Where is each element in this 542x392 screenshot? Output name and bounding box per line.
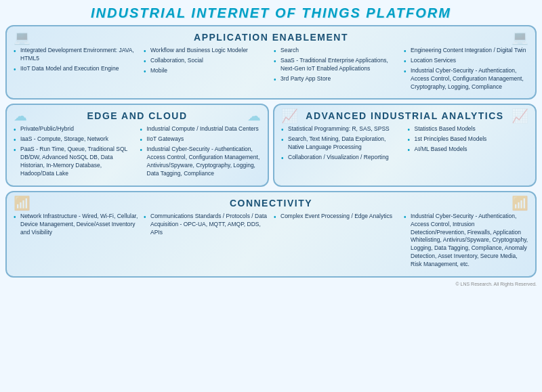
list-item: Statistics Based Models bbox=[408, 125, 529, 133]
analytics-col1-list: Statistical Programming: R, SAS, SPSS Se… bbox=[281, 125, 402, 162]
connectivity-col2: Communications Standards / Protocols / D… bbox=[144, 213, 268, 271]
analytics-title: ADVANCED INDUSTRIAL ANALYTICS bbox=[281, 110, 528, 121]
list-item: Complex Event Processing / Edge Analytic… bbox=[274, 213, 398, 221]
list-item: Communications Standards / Protocols / D… bbox=[144, 213, 268, 237]
connectivity-content: Network Infrastructure - Wired, Wi-Fi, C… bbox=[14, 213, 528, 271]
list-item: Collaboration / Visualization / Reportin… bbox=[281, 154, 402, 162]
connectivity-col4: Industrial Cyber-Security - Authenticati… bbox=[404, 213, 528, 271]
app-enablement-content: Integrated Development Environment: JAVA… bbox=[14, 47, 528, 93]
edge-col1: Private/Public/Hybrid IaaS - Compute, St… bbox=[14, 125, 135, 179]
connectivity-col1: Network Infrastructure - Wired, Wi-Fi, C… bbox=[14, 213, 138, 271]
analytics-icon-right: 📈 bbox=[512, 108, 528, 124]
connectivity-title: CONNECTIVITY bbox=[14, 198, 528, 209]
list-item: AI/ML Based Models bbox=[408, 146, 529, 154]
analytics-col2-list: Statistics Based Models 1st Principles B… bbox=[408, 125, 529, 154]
connectivity-col4-list: Industrial Cyber-Security - Authenticati… bbox=[404, 213, 528, 269]
list-item: Industrial Cyber-Security - Authenticati… bbox=[404, 213, 528, 269]
list-item: 1st Principles Based Models bbox=[408, 135, 529, 144]
app-col1-list: Integrated Development Environment: JAVA… bbox=[14, 47, 138, 73]
edge-col1-list: Private/Public/Hybrid IaaS - Compute, St… bbox=[14, 125, 135, 177]
edge-col2: Industrial Compute / Industrial Data Cen… bbox=[140, 125, 262, 179]
page-title: INDUSTRIAL INTERNET OF THINGS PLATFORM bbox=[5, 5, 537, 21]
app-icon-right: 💻 bbox=[512, 29, 528, 45]
section-edge-cloud: ☁ EDGE AND CLOUD ☁ Private/Public/Hybrid… bbox=[5, 104, 269, 186]
analytics-col1: Statistical Programming: R, SAS, SPSS Se… bbox=[281, 125, 402, 164]
list-item: Location Services bbox=[404, 57, 528, 65]
app-col3: Search SaaS - Traditional Enterprise App… bbox=[274, 47, 398, 93]
app-col2: Workflow and Business Logic Modeler Coll… bbox=[144, 47, 268, 93]
connectivity-icon-left: 📶 bbox=[14, 195, 30, 211]
middle-row: ☁ EDGE AND CLOUD ☁ Private/Public/Hybrid… bbox=[5, 104, 537, 186]
edge-col2-list: Industrial Compute / Industrial Data Cen… bbox=[140, 125, 262, 177]
list-item: PaaS - Run Time, Queue, Traditional SQL … bbox=[14, 146, 135, 178]
list-item: Integrated Development Environment: JAVA… bbox=[14, 47, 138, 63]
app-col1: Integrated Development Environment: JAVA… bbox=[14, 47, 138, 93]
section-analytics: 📈 ADVANCED INDUSTRIAL ANALYTICS 📈 Statis… bbox=[273, 104, 537, 186]
connectivity-col3: Complex Event Processing / Edge Analytic… bbox=[274, 213, 398, 271]
app-icon-left: 💻 bbox=[14, 29, 30, 45]
edge-cloud-title: EDGE AND CLOUD bbox=[14, 110, 261, 121]
connectivity-col1-list: Network Infrastructure - Wired, Wi-Fi, C… bbox=[14, 213, 138, 237]
list-item: Search, Text Mining, Data Exploration, N… bbox=[281, 135, 402, 152]
list-item: Industrial Compute / Industrial Data Cen… bbox=[140, 125, 262, 133]
app-col3-list: Search SaaS - Traditional Enterprise App… bbox=[274, 47, 398, 83]
list-item: IIoT Gateways bbox=[140, 135, 262, 144]
app-col2-list: Workflow and Business Logic Modeler Coll… bbox=[144, 47, 268, 75]
section-connectivity: 📶 CONNECTIVITY 📶 Network Infrastructure … bbox=[5, 191, 537, 278]
app-col4-list: Engineering Content Integration / Digita… bbox=[404, 47, 528, 91]
analytics-content: Statistical Programming: R, SAS, SPSS Se… bbox=[281, 125, 528, 164]
page: INDUSTRIAL INTERNET OF THINGS PLATFORM 💻… bbox=[0, 0, 542, 392]
edge-cloud-content: Private/Public/Hybrid IaaS - Compute, St… bbox=[14, 125, 261, 179]
list-item: IIoT Data Model and Execution Engine bbox=[14, 65, 138, 73]
app-col4: Engineering Content Integration / Digita… bbox=[404, 47, 528, 93]
app-enablement-title: APPLICATION ENABLEMENT bbox=[14, 32, 528, 43]
connectivity-icon-right: 📶 bbox=[512, 195, 528, 211]
list-item: Network Infrastructure - Wired, Wi-Fi, C… bbox=[14, 213, 138, 237]
list-item: IaaS - Compute, Storage, Network bbox=[14, 135, 135, 144]
section-app-enablement: 💻 APPLICATION ENABLEMENT 💻 Integrated De… bbox=[5, 25, 537, 100]
list-item: Workflow and Business Logic Modeler bbox=[144, 47, 268, 55]
list-item: Private/Public/Hybrid bbox=[14, 125, 135, 133]
list-item: Statistical Programming: R, SAS, SPSS bbox=[281, 125, 402, 133]
list-item: Search bbox=[274, 47, 398, 55]
list-item: Collaboration, Social bbox=[144, 57, 268, 65]
analytics-icon-left: 📈 bbox=[281, 108, 298, 124]
list-item: 3rd Party App Store bbox=[274, 75, 398, 83]
list-item: Industrial Cyber-Security - Authenticati… bbox=[140, 146, 262, 178]
analytics-col2: Statistics Based Models 1st Principles B… bbox=[408, 125, 529, 164]
edge-icon-right: ☁ bbox=[247, 108, 261, 124]
connectivity-col3-list: Complex Event Processing / Edge Analytic… bbox=[274, 213, 398, 221]
list-item: SaaS - Traditional Enterprise Applicatio… bbox=[274, 57, 398, 73]
connectivity-col2-list: Communications Standards / Protocols / D… bbox=[144, 213, 268, 237]
list-item: Engineering Content Integration / Digita… bbox=[404, 47, 528, 55]
edge-icon-left: ☁ bbox=[14, 108, 27, 124]
list-item: Mobile bbox=[144, 67, 268, 75]
list-item: Industrial Cyber-Security - Authenticati… bbox=[404, 67, 528, 91]
copyright: © LNS Research. All Rights Reserved. bbox=[5, 282, 537, 286]
